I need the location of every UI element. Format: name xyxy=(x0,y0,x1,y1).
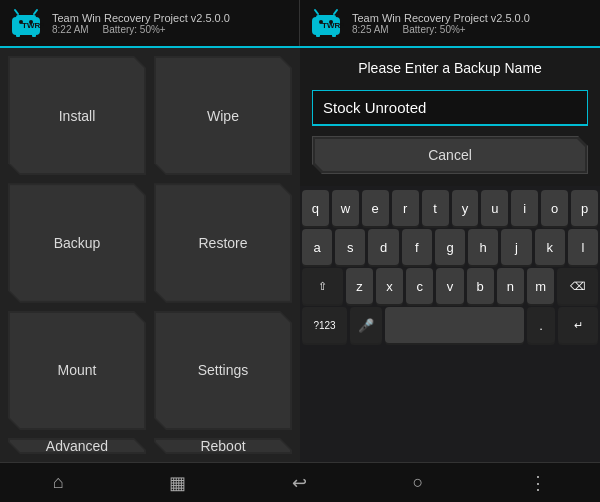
reboot-button[interactable]: Reboot xyxy=(154,438,292,454)
key-a[interactable]: a xyxy=(302,229,332,265)
status-title-right: Team Win Recovery Project v2.5.0.0 xyxy=(352,12,530,24)
key-p[interactable]: p xyxy=(571,190,598,226)
restore-button[interactable]: Restore xyxy=(154,183,292,302)
svg-rect-15 xyxy=(316,31,320,37)
key-numbers[interactable]: ?123 xyxy=(302,307,347,343)
svg-rect-6 xyxy=(16,31,20,37)
advanced-button[interactable]: Advanced xyxy=(8,438,146,454)
key-w[interactable]: w xyxy=(332,190,359,226)
key-backspace[interactable]: ⌫ xyxy=(557,268,598,304)
android-icon-right: TWRP xyxy=(308,5,344,41)
key-l[interactable]: l xyxy=(568,229,598,265)
status-panel-left: TWRP Team Win Recovery Project v2.5.0.0 … xyxy=(0,0,300,46)
android-icon-left: TWRP xyxy=(8,5,44,41)
dialog-area: Please Enter a Backup Name Cancel xyxy=(300,48,600,186)
svg-text:TWRP: TWRP xyxy=(22,21,44,30)
backup-button[interactable]: Backup xyxy=(8,183,146,302)
nav-back[interactable]: ↩ xyxy=(280,466,319,500)
cancel-button[interactable]: Cancel xyxy=(312,136,588,174)
status-text-left: Team Win Recovery Project v2.5.0.0 8:22 … xyxy=(52,12,230,35)
key-r[interactable]: r xyxy=(392,190,419,226)
wipe-button[interactable]: Wipe xyxy=(154,56,292,175)
key-n[interactable]: n xyxy=(497,268,524,304)
key-enter[interactable]: ↵ xyxy=(558,307,598,343)
key-q[interactable]: q xyxy=(302,190,329,226)
key-shift[interactable]: ⇧ xyxy=(302,268,343,304)
svg-line-13 xyxy=(315,10,318,14)
nav-menu[interactable]: ⋮ xyxy=(517,466,559,500)
key-v[interactable]: v xyxy=(436,268,463,304)
svg-line-5 xyxy=(34,10,37,14)
key-s[interactable]: s xyxy=(335,229,365,265)
dialog-title: Please Enter a Backup Name xyxy=(312,60,588,80)
key-d[interactable]: d xyxy=(368,229,398,265)
key-k[interactable]: k xyxy=(535,229,565,265)
status-title-left: Team Win Recovery Project v2.5.0.0 xyxy=(52,12,230,24)
backup-name-input[interactable] xyxy=(312,90,588,126)
key-e[interactable]: e xyxy=(362,190,389,226)
svg-line-4 xyxy=(15,10,18,14)
keyboard: q w e r t y u i o p a s d f g h j k xyxy=(300,186,600,462)
key-c[interactable]: c xyxy=(406,268,433,304)
key-space[interactable] xyxy=(385,307,524,343)
status-panel-right: TWRP Team Win Recovery Project v2.5.0.0 … xyxy=(300,0,600,46)
nav-home[interactable]: ⌂ xyxy=(41,466,76,499)
key-h[interactable]: h xyxy=(468,229,498,265)
key-i[interactable]: i xyxy=(511,190,538,226)
nav-files[interactable]: ▦ xyxy=(157,466,198,500)
keyboard-row-4: ?123 🎤 . ↵ xyxy=(302,307,598,343)
svg-text:TWRP: TWRP xyxy=(322,21,344,30)
left-panel: Install Wipe Backup Restore Mount Settin… xyxy=(0,48,300,462)
status-info-left: 8:22 AM Battery: 50%+ xyxy=(52,24,230,35)
key-x[interactable]: x xyxy=(376,268,403,304)
svg-rect-16 xyxy=(332,31,336,37)
install-button[interactable]: Install xyxy=(8,56,146,175)
key-u[interactable]: u xyxy=(481,190,508,226)
svg-rect-7 xyxy=(32,31,36,37)
settings-button[interactable]: Settings xyxy=(154,311,292,430)
key-o[interactable]: o xyxy=(541,190,568,226)
key-z[interactable]: z xyxy=(346,268,373,304)
status-text-right: Team Win Recovery Project v2.5.0.0 8:25 … xyxy=(352,12,530,35)
main-content: Install Wipe Backup Restore Mount Settin… xyxy=(0,48,600,462)
bottom-nav: ⌂ ▦ ↩ ○ ⋮ xyxy=(0,462,600,502)
key-t[interactable]: t xyxy=(422,190,449,226)
right-panel: Please Enter a Backup Name Cancel q w e … xyxy=(300,48,600,462)
key-period[interactable]: . xyxy=(527,307,555,343)
status-info-right: 8:25 AM Battery: 50%+ xyxy=(352,24,530,35)
status-bar: TWRP Team Win Recovery Project v2.5.0.0 … xyxy=(0,0,600,48)
nav-home-circle[interactable]: ○ xyxy=(401,466,436,499)
key-j[interactable]: j xyxy=(501,229,531,265)
key-mic[interactable]: 🎤 xyxy=(350,307,382,343)
keyboard-row-1: q w e r t y u i o p xyxy=(302,190,598,226)
mount-button[interactable]: Mount xyxy=(8,311,146,430)
key-y[interactable]: y xyxy=(452,190,479,226)
key-f[interactable]: f xyxy=(402,229,432,265)
keyboard-row-2: a s d f g h j k l xyxy=(302,229,598,265)
key-b[interactable]: b xyxy=(467,268,494,304)
keyboard-row-3: ⇧ z x c v b n m ⌫ xyxy=(302,268,598,304)
key-m[interactable]: m xyxy=(527,268,554,304)
svg-line-14 xyxy=(334,10,337,14)
key-g[interactable]: g xyxy=(435,229,465,265)
